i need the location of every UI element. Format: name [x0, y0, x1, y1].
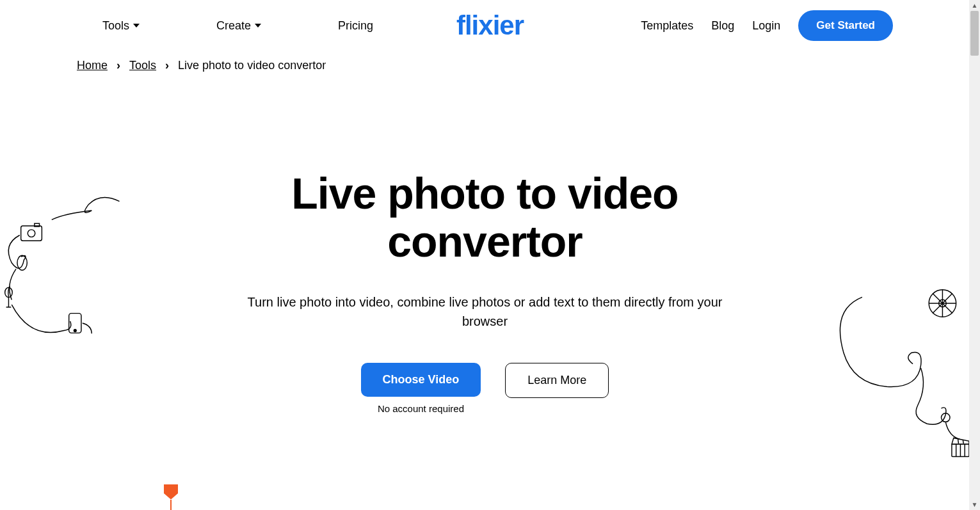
chevron-right-icon: ›: [165, 59, 169, 72]
nav-login-label: Login: [752, 19, 780, 33]
get-started-button[interactable]: Get Started: [798, 10, 893, 41]
nav-tools-dropdown[interactable]: Tools: [102, 19, 140, 33]
caret-down-icon: [255, 24, 261, 28]
site-logo[interactable]: flixier: [456, 10, 524, 41]
svg-rect-0: [21, 226, 42, 241]
playhead-marker-icon: [164, 484, 178, 500]
primary-cta-group: Choose Video No account required: [361, 363, 481, 414]
nav-templates-label: Templates: [641, 19, 693, 33]
page-title: Live photo to video convertor: [197, 170, 773, 266]
hero-button-row: Choose Video No account required Learn M…: [13, 363, 957, 414]
breadcrumb-home[interactable]: Home: [77, 59, 108, 72]
nav-templates-link[interactable]: Templates: [641, 19, 693, 33]
nav-tools-label: Tools: [102, 19, 129, 33]
nav-pricing-label: Pricing: [338, 19, 373, 33]
nav-left: Tools Create Pricing: [102, 19, 373, 33]
cta-note: No account required: [378, 403, 464, 414]
svg-point-1: [28, 230, 35, 237]
timeline-playhead[interactable]: [164, 484, 178, 510]
playhead-line: [170, 500, 172, 510]
breadcrumb-tools[interactable]: Tools: [129, 59, 156, 72]
page-subtitle: Turn live photo into video, combine live…: [229, 292, 741, 331]
nav-blog-label: Blog: [711, 19, 734, 33]
svg-point-6: [74, 330, 76, 332]
svg-point-3: [17, 255, 27, 270]
vertical-scrollbar[interactable]: ▲ ▼: [969, 0, 970, 510]
svg-line-19: [963, 440, 963, 443]
timeline-ruler: [0, 484, 970, 510]
scroll-down-arrow-icon[interactable]: ▼: [969, 499, 970, 510]
scroll-up-arrow-icon[interactable]: ▲: [969, 0, 970, 11]
nav-login-link[interactable]: Login: [752, 19, 780, 33]
site-header: Tools Create Pricing flixier Templates B…: [0, 0, 970, 51]
chevron-right-icon: ›: [116, 59, 120, 72]
breadcrumb: Home › Tools › Live photo to video conve…: [0, 51, 970, 80]
choose-video-button[interactable]: Choose Video: [361, 363, 481, 397]
caret-down-icon: [133, 24, 140, 28]
svg-line-18: [958, 439, 959, 443]
doodle-left-illustration: [0, 195, 128, 355]
breadcrumb-current: Live photo to video convertor: [178, 59, 326, 72]
nav-blog-link[interactable]: Blog: [711, 19, 734, 33]
nav-right: Templates Blog Login Get Started: [641, 10, 893, 41]
hero-section: Live photo to video convertor Turn live …: [0, 80, 970, 440]
doodle-right-illustration: [823, 285, 970, 464]
learn-more-button[interactable]: Learn More: [505, 363, 609, 398]
nav-pricing-link[interactable]: Pricing: [338, 19, 373, 33]
nav-create-label: Create: [216, 19, 251, 33]
nav-create-dropdown[interactable]: Create: [216, 19, 261, 33]
